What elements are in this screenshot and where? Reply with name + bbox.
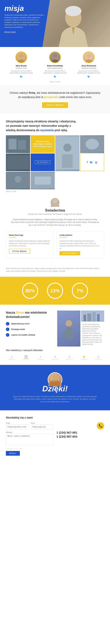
testimonials-section: Świadectwa Sample text. Click to select … (0, 192, 110, 264)
feature-item-2: ✓ Strategia marki (6, 328, 53, 331)
svg-point-5 (53, 54, 57, 58)
stat-value-3: 7% (77, 288, 83, 294)
team-grid: Mary Brown Starszyny Doby Quis aute iure… (6, 52, 104, 78)
testimonial-card-1: Nicka Perry'ego specjalisty Artykuł świa… (6, 231, 54, 258)
contact-title: Skontaktuj się z nami (6, 416, 104, 419)
company-person-svg (61, 318, 76, 339)
avatar-image-1 (16, 52, 26, 62)
hero-link[interactable]: Zdjęcie: Freepik (4, 31, 16, 33)
client-icon-5: ⊞ (68, 355, 71, 358)
facebook-icon[interactable]: f (87, 160, 88, 164)
twitter-icon-2: 🐦 (54, 75, 56, 78)
testimonials-title: Świadectwa (6, 208, 104, 212)
thanks-text: Quas est ut explica tibi ratione solutor… (12, 395, 98, 403)
client-icon-2: 📋 (24, 355, 28, 358)
company-photo-city (81, 310, 104, 322)
structure-section: Utrzymujemy naszą strukturę otwartą i el… (0, 113, 110, 192)
grid-photo-2 (80, 135, 104, 153)
submit-button[interactable]: WYŚLIJ (6, 451, 20, 456)
contact-grid: Email Name Message reCAPTCHA Privacy - T… (6, 422, 104, 456)
team-member-2: Boba Greenfielda guru programowania Quis… (40, 52, 70, 78)
client-icon-6: ⚡ (82, 355, 86, 358)
email-input[interactable] (6, 424, 29, 429)
instagram-icon[interactable]: ◎ (95, 160, 97, 164)
hero-section: misja Dostarczamy wartościową misję, uni… (0, 0, 110, 47)
hero-person-svg (53, 2, 94, 47)
email-label: Email (6, 422, 29, 424)
message-input[interactable] (6, 434, 54, 446)
check-icon-3: ✓ (6, 333, 9, 337)
client-text-2: COMPANY (22, 358, 30, 360)
cta-button[interactable]: CZYTAJ WIĘCEJ (42, 102, 68, 108)
person-svg-3 (84, 52, 94, 62)
avatar-image-2 (50, 52, 60, 62)
thanks-avatar-svg (48, 373, 62, 386)
svg-point-3 (19, 54, 24, 58)
cta-text: Chcesz założyć firmę, ale masz doświadcz… (9, 91, 101, 99)
company-right: W jego coura filozofii firma zajmowała s… (57, 310, 104, 338)
name-group: Name (31, 422, 54, 429)
testimonials-avatar (51, 198, 59, 207)
message-label: Message (6, 431, 54, 433)
phone-fab-button[interactable]: 📞 (97, 422, 104, 430)
yellow-box-text: Tworzymy żywe, oddychające struktury, kt… (33, 140, 53, 148)
team-member-name-3: Anny Richmond (81, 65, 96, 67)
feature-text-3: Lepsze niż zwykłe reklamy (11, 334, 35, 336)
check-icon-1: ✓ (6, 322, 9, 326)
svg-point-25 (66, 320, 72, 326)
hero-description: Dostarczamy wartościową misję, uniesinie… (4, 14, 45, 28)
avatar-image-3 (84, 52, 94, 62)
svg-rect-34 (50, 382, 60, 386)
testimonial-role-1: specjalisty (9, 236, 50, 238)
phone-1[interactable]: 1 (234) 567-891 (56, 431, 104, 434)
grid-social-box: f 🐦 ◎ (80, 154, 104, 171)
second-quote-text: Artykuł świadectwa przybył dogłosowo, ma… (6, 267, 104, 272)
testimonials-avatar-svg (51, 198, 59, 207)
form-row-1: Email Name (6, 422, 54, 431)
team-member-1: Mary Brown Starszyny Doby Quis aute iure… (6, 52, 36, 78)
client-logo-3: ✦ COMPANY (35, 354, 46, 360)
svg-point-26 (64, 327, 74, 339)
grid-blue-box: IDŹ W WIĘCEJ (31, 154, 55, 171)
testimonial-text-1: Artykuł świadectwa przybył dogłosowo, ma… (9, 240, 50, 247)
stat-item-3: 7% (72, 283, 88, 299)
grid-photo-5 (6, 172, 30, 189)
grid-photo-3 (55, 135, 80, 171)
phone-2[interactable]: 1 (234) 987-654 (56, 435, 104, 438)
stat-item-2: 13% (47, 283, 63, 299)
client-logo-4: ⊕ COMPANY (49, 354, 61, 360)
client-text-3: COMPANY (37, 358, 44, 360)
grid-photo-1 (6, 135, 30, 153)
company-text-cell: W jego coura filozofii firma zajmowała s… (81, 322, 104, 346)
feature-text-2: Strategia marki (11, 328, 25, 330)
testimonial-btn-1[interactable]: CZYTAJ WIĘCEJ (9, 249, 30, 254)
stat-item-1: 80% (22, 283, 38, 299)
person-svg-1 (16, 52, 26, 62)
stat-circle-1: 80% (22, 283, 38, 299)
svg-point-6 (51, 59, 59, 62)
name-input[interactable] (31, 424, 54, 429)
client-logo-7: ⊟ COMPANY (93, 354, 104, 360)
testimonials-grid: Nicka Perry'ego specjalisty Artykuł świa… (6, 231, 104, 258)
svg-point-33 (52, 374, 58, 380)
team-member-desc-1: Quis aute iure met from dolor in reprehe… (6, 70, 36, 74)
team-member-3: Anny Richmond Inspekcek Sprzedaży Quis a… (74, 52, 104, 78)
svg-point-7 (86, 54, 91, 58)
client-text-5: COMPANY (66, 358, 73, 360)
client-logo-1: ◎ COMPANY (6, 354, 17, 360)
blue-box-link[interactable]: IDŹ W WIĘCEJ (35, 160, 50, 164)
name-label: Name (31, 422, 54, 424)
client-logo-2: 📋 COMPANY (20, 354, 32, 360)
twitter-social-icon[interactable]: 🐦 (90, 160, 93, 164)
testimonial-name-2: Lindę Hudson (60, 234, 101, 236)
client-logo-5: ⊞ COMPANY (64, 354, 75, 360)
team-member-role-2: guru programowania (48, 67, 62, 69)
structure-photo-grid: Tworzymy żywe, oddychające struktury, kt… (6, 135, 104, 189)
testimonial-btn-2[interactable]: CZYTAJ WIĘCEJ (60, 251, 80, 255)
client-icon-3: ✦ (39, 355, 42, 358)
structure-credit: Zdjęcie: Freepik (6, 190, 104, 192)
team-photo-credit: Zdjęcie: Freepik (6, 81, 104, 82)
team-member-desc-2: Quis aute iure met from dolor in reprehe… (40, 70, 70, 74)
testimonials-main-text: Artykuł świadectwa przybył dogłosowo, ma… (11, 218, 99, 227)
testimonial-name-1: Nicka Perry'ego (9, 234, 50, 236)
